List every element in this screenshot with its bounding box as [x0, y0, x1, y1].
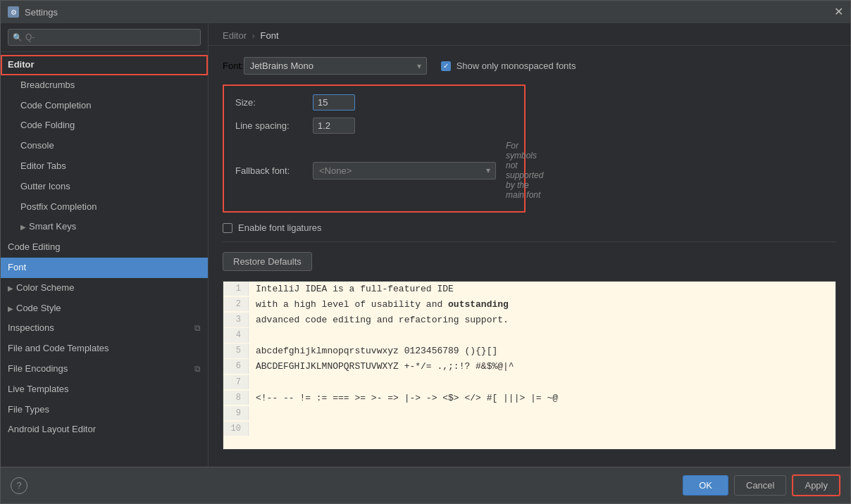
sidebar-list: Editor Breadcrumbs Code Completion Code … [1, 52, 208, 467]
search-box: 🔍 [1, 23, 208, 52]
color-scheme-arrow: ▶ [8, 283, 13, 294]
sidebar: 🔍 Editor Breadcrumbs Code Completion Cod… [1, 23, 209, 467]
monospace-row: Show only monospaced fonts [441, 61, 576, 71]
code-line-6: 6 ABCDEFGHIJKLMNOPQRSTUVWXYZ +-*/= .,;:!… [223, 359, 836, 374]
fallback-row: Fallback font: <None> For symbols not su… [235, 141, 513, 200]
file-encodings-copy-icon: ⧉ [194, 363, 201, 376]
font-row: Font: JetBrains Mono Consolas Monaco Sho… [223, 57, 836, 75]
code-line-1: 1 IntelliJ IDEA is a full-featured IDE [223, 282, 836, 297]
search-icon: 🔍 [13, 33, 23, 42]
breadcrumb-current: Font [261, 30, 279, 41]
fallback-select[interactable]: <None> [313, 162, 496, 179]
close-button[interactable]: ✕ [834, 6, 843, 18]
help-button[interactable]: ? [11, 477, 27, 494]
inspections-copy-icon: ⧉ [194, 322, 201, 335]
font-size-box: Size: Line spacing: Fallback font: <None… [223, 84, 526, 213]
settings-icon: ⚙ [8, 6, 19, 18]
sidebar-item-breadcrumbs[interactable]: Breadcrumbs [1, 75, 208, 96]
sidebar-item-postfix-completion[interactable]: Postfix Completion [1, 197, 208, 218]
sidebar-item-inspections[interactable]: Inspections ⧉ [1, 318, 208, 339]
code-line-4: 4 [223, 328, 836, 344]
code-line-2: 2 with a high level of usability and out… [223, 297, 836, 313]
code-style-arrow: ▶ [8, 303, 13, 315]
code-line-8: 8 <!-- -- != := === >= >- => |-> -> <$> … [223, 391, 836, 406]
apply-button[interactable]: Apply [792, 474, 840, 496]
code-line-9: 9 [223, 406, 836, 422]
breadcrumb-parent: Editor [223, 30, 247, 41]
sidebar-item-file-types[interactable]: File Types [1, 400, 208, 420]
fallback-select-wrapper: <None> [313, 162, 496, 179]
cancel-button[interactable]: Cancel [734, 475, 786, 496]
smart-keys-arrow: ▶ [20, 222, 26, 233]
line-spacing-label: Line spacing: [235, 120, 313, 131]
sidebar-item-font[interactable]: Font [1, 258, 208, 278]
fallback-hint: For symbols not supported by the main fo… [506, 141, 543, 200]
font-select-wrapper: JetBrains Mono Consolas Monaco [244, 57, 427, 75]
main-content: Editor › Font Font: JetBrains Mono Conso… [209, 23, 850, 467]
content-area: 🔍 Editor Breadcrumbs Code Completion Cod… [1, 23, 850, 467]
breadcrumb-separator: › [252, 30, 255, 41]
font-select[interactable]: JetBrains Mono Consolas Monaco [244, 57, 427, 75]
sidebar-item-file-encodings[interactable]: File Encodings ⧉ [1, 359, 208, 379]
sidebar-item-gutter-icons[interactable]: Gutter Icons [1, 177, 208, 197]
monospace-checkbox[interactable] [441, 61, 451, 71]
code-preview: 1 IntelliJ IDEA is a full-featured IDE 2… [223, 281, 836, 450]
monospace-label: Show only monospaced fonts [456, 61, 576, 71]
ligatures-row: Enable font ligatures [223, 222, 836, 233]
bottom-right: OK Cancel Apply [683, 474, 840, 496]
ligatures-label: Enable font ligatures [238, 222, 322, 233]
divider [223, 241, 836, 242]
sidebar-item-file-code-templates[interactable]: File and Code Templates [1, 339, 208, 359]
title-bar: ⚙ Settings ✕ [1, 1, 850, 23]
sidebar-item-editor-tabs[interactable]: Editor Tabs [1, 156, 208, 177]
sidebar-item-editor[interactable]: Editor [1, 55, 208, 75]
title-bar-title: Settings [25, 7, 58, 18]
search-input[interactable] [8, 29, 201, 46]
code-line-10: 10 [223, 422, 836, 437]
sidebar-item-smart-keys[interactable]: ▶Smart Keys [1, 217, 208, 237]
size-label: Size: [235, 97, 313, 108]
code-line-7: 7 [223, 375, 836, 391]
sidebar-item-console[interactable]: Console [1, 136, 208, 156]
size-input[interactable] [313, 94, 355, 111]
sidebar-item-color-scheme[interactable]: ▶Color Scheme [1, 278, 208, 298]
settings-dialog: ⚙ Settings ✕ 🔍 Editor Breadcrumbs Code C… [0, 0, 851, 504]
breadcrumb-bar: Editor › Font [209, 23, 850, 46]
line-spacing-input[interactable] [313, 118, 355, 134]
fallback-label: Fallback font: [235, 165, 313, 176]
sidebar-item-code-style[interactable]: ▶Code Style [1, 298, 208, 319]
restore-defaults-button[interactable]: Restore Defaults [223, 252, 312, 271]
sidebar-item-android-layout[interactable]: Android Layout Editor [1, 420, 208, 440]
search-wrapper: 🔍 [8, 29, 201, 46]
bottom-bar: ? OK Cancel Apply [1, 467, 850, 503]
title-bar-left: ⚙ Settings [8, 6, 58, 18]
line-spacing-row: Line spacing: [235, 118, 513, 134]
sidebar-item-live-templates[interactable]: Live Templates [1, 379, 208, 400]
ligatures-checkbox[interactable] [223, 223, 232, 233]
code-line-5: 5 abcdefghijklmnopqrstuvwxyz 0123456789 … [223, 344, 836, 359]
settings-panel: Font: JetBrains Mono Consolas Monaco Sho… [209, 46, 850, 467]
sidebar-item-code-editing[interactable]: Code Editing [1, 237, 208, 258]
code-line-3: 3 advanced code editing and refactoring … [223, 313, 836, 328]
sidebar-item-code-folding[interactable]: Code Folding [1, 115, 208, 136]
sidebar-item-code-completion[interactable]: Code Completion [1, 96, 208, 116]
ok-button[interactable]: OK [683, 475, 728, 496]
font-label: Font: [223, 61, 244, 71]
size-row: Size: [235, 94, 513, 111]
